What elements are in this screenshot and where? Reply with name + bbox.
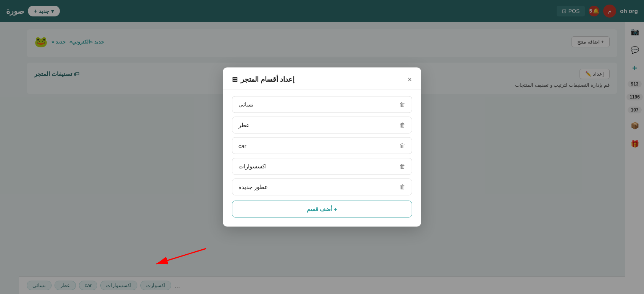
section-name-2: عطر [238, 122, 250, 129]
section-row-1: 🗑 نسائي [232, 96, 412, 113]
section-row-3: 🗑 car [232, 137, 412, 154]
section-row-2: 🗑 عطر [232, 117, 412, 134]
section-name-1: نسائي [238, 101, 253, 108]
modal-title: إعداد أقسام المتجر ⊞ [232, 75, 295, 84]
section-row-5: 🗑 عطور جديدة [232, 179, 412, 195]
section-row-4: 🗑 اكسسوارات [232, 158, 412, 175]
modal-close-button[interactable]: × [407, 76, 412, 83]
delete-section-4-button[interactable]: 🗑 [399, 163, 406, 170]
section-name-5: عطور جديدة [238, 184, 268, 191]
grid-icon: ⊞ [232, 75, 238, 84]
modal-header: × إعداد أقسام المتجر ⊞ [223, 68, 421, 90]
section-name-3: car [238, 142, 246, 149]
modal-title-text: إعداد أقسام المتجر [241, 75, 295, 84]
delete-section-5-button[interactable]: 🗑 [399, 184, 406, 191]
delete-section-2-button[interactable]: 🗑 [399, 122, 406, 129]
delete-section-3-button[interactable]: 🗑 [399, 142, 406, 149]
add-section-button[interactable]: + أضف قسم [232, 201, 412, 218]
section-name-4: اكسسوارات [238, 163, 267, 170]
modal-setup-sections: × إعداد أقسام المتجر ⊞ 🗑 نسائي 🗑 عطر 🗑 c… [223, 68, 421, 227]
delete-section-1-button[interactable]: 🗑 [399, 101, 406, 108]
modal-body: 🗑 نسائي 🗑 عطر 🗑 car 🗑 اكسسوارات 🗑 عطور ج… [223, 90, 421, 227]
